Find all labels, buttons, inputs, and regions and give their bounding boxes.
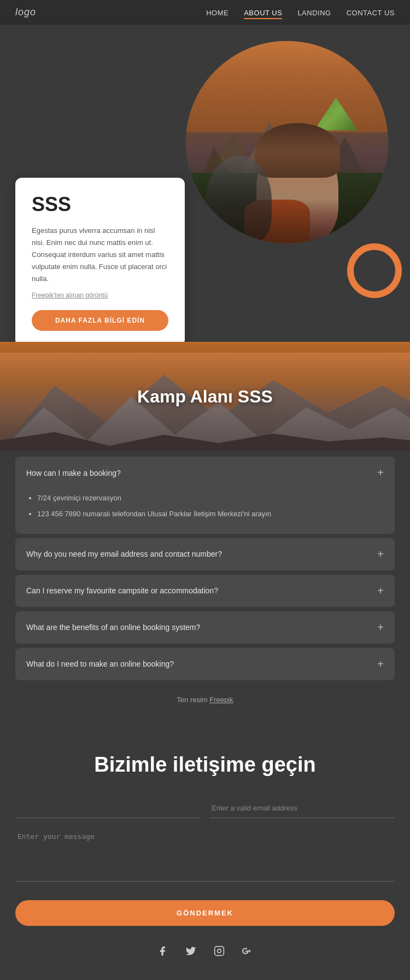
email-input[interactable] [209,798,395,818]
faq-expand-icon-1[interactable]: + [377,466,384,479]
nav-link-contact[interactable]: CONTACT US [347,9,395,17]
faq-answer-1: 7/24 çevrimiçi rezervasyon 123 456 7890 … [15,489,395,534]
mountain-section-title: Kamp Alanı SSS [137,387,273,407]
faq-question-2: Why do you need my email address and con… [26,550,222,558]
nav-link-home[interactable]: HOME [206,9,229,17]
hero-circle-image [186,41,388,243]
faq-question-5: What do I need to make an online booking… [26,660,174,668]
nav-link-about[interactable]: ABOUT US [244,9,282,19]
faq-expand-icon-2[interactable]: + [377,548,384,561]
info-card-text: Egestas purus viverra accumsan in nisl n… [32,225,168,285]
nav-item-landing[interactable]: LANDING [297,8,331,18]
learn-more-button[interactable]: DAHA FAZLA BİLGİ EDİN [32,310,168,331]
faq-item-2: Why do you need my email address and con… [15,538,395,570]
faq-question-1: How can I make a booking? [26,469,121,477]
nav-links: HOME ABOUT US LANDING CONTACT US [206,8,395,18]
faq-item-4: What are the benefits of an online booki… [15,611,395,644]
form-name-email-row [15,798,395,818]
twitter-icon[interactable] [182,942,200,960]
faq-header-3[interactable]: Can I reserve my favourite campsite or a… [15,575,395,607]
nav-link-landing[interactable]: LANDING [297,9,331,17]
faq-header-4[interactable]: What are the benefits of an online booki… [15,611,395,644]
contact-title: Bizimle iletişime geçin [15,753,395,777]
camping-photo [186,41,388,243]
faq-expand-icon-3[interactable]: + [377,585,384,597]
faq-item-1: How can I make a booking? + 7/24 çevrimi… [15,457,395,534]
contact-section: Bizimle iletişime geçin GÖNDERMEK [0,726,410,980]
faq-answer-item-1-2: 123 456 7890 numaralı telefondan Ulusal … [37,508,384,520]
logo: logo [15,7,36,18]
navbar: logo HOME ABOUT US LANDING CONTACT US [0,0,410,25]
faq-item-3: Can I reserve my favourite campsite or a… [15,575,395,607]
hero-section: SSS Egestas purus viverra accumsan in ni… [0,25,410,342]
faq-header-2[interactable]: Why do you need my email address and con… [15,538,395,570]
orange-decorative-circle [347,243,402,298]
image-overlay [186,162,388,243]
info-card-source: Freepik'ten alınan görüntü [32,291,168,299]
faq-expand-icon-4[interactable]: + [377,621,384,634]
contact-form: GÖNDERMEK [15,798,395,942]
faq-answer-item-1-1: 7/24 çevrimiçi rezervasyon [37,492,384,504]
faq-header-5[interactable]: What do I need to make an online booking… [15,648,395,680]
info-card: SSS Egestas purus viverra accumsan in ni… [15,178,185,342]
social-icons [15,942,395,960]
svg-rect-9 [215,946,224,955]
faq-question-4: What are the benefits of an online booki… [26,623,200,632]
nav-item-home[interactable]: HOME [206,8,229,18]
freepik-link-bottom[interactable]: Freepik [209,696,233,704]
googleplus-icon[interactable] [239,942,256,960]
faq-section: How can I make a booking? + 7/24 çevrimi… [0,451,410,726]
facebook-icon[interactable] [154,942,171,960]
faq-item-5: What do I need to make an online booking… [15,648,395,680]
info-card-title: SSS [32,193,168,216]
message-textarea[interactable] [15,827,395,882]
freepik-link[interactable]: Freepik'ten alınan görüntü [32,291,108,299]
faq-question-3: Can I reserve my favourite campsite or a… [26,586,218,595]
faq-header-1[interactable]: How can I make a booking? + [15,457,395,489]
nav-item-about[interactable]: ABOUT US [244,8,282,18]
submit-button[interactable]: GÖNDERMEK [15,900,395,926]
nav-item-contact[interactable]: CONTACT US [347,8,395,18]
instagram-icon[interactable] [210,942,228,960]
faq-expand-icon-5[interactable]: + [377,658,384,670]
name-input[interactable] [15,798,201,818]
mountain-section: Kamp Alanı SSS [0,342,410,451]
freepik-credit: Ten resim Freepik [15,685,395,709]
